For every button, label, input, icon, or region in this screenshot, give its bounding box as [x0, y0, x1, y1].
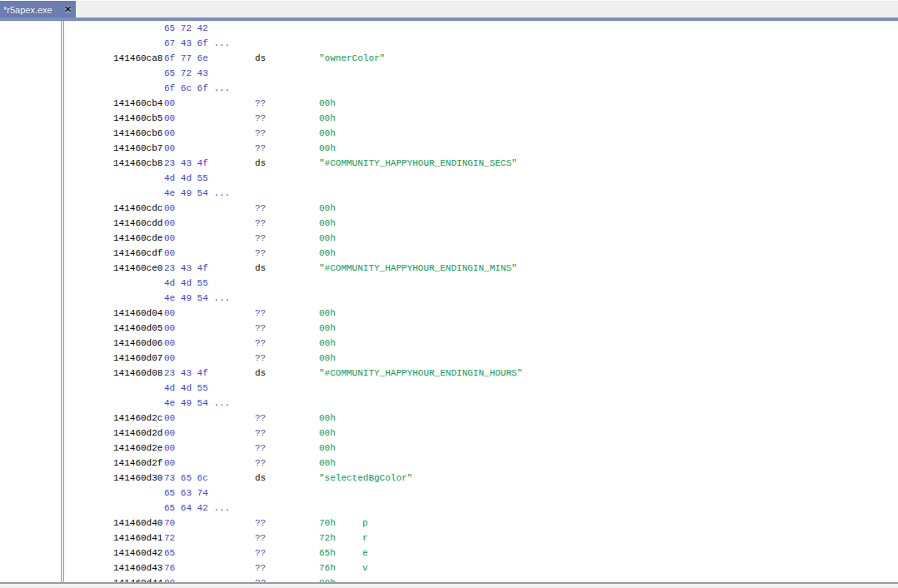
hex-row[interactable]: 141460cde00??00h [0, 231, 898, 246]
hex-row[interactable]: 65 63 74 [0, 486, 898, 501]
hex-row[interactable]: 141460d4265??65he [0, 546, 898, 561]
tab-label: *r5apex.exe [3, 5, 62, 15]
row-keyword: ?? [255, 456, 266, 471]
hex-row[interactable]: 141460d0400??00h [0, 306, 898, 321]
row-char: e [362, 546, 368, 561]
hex-row[interactable]: 141460cb700??00h [0, 141, 898, 156]
hex-row[interactable]: 141460cb823 43 4fds"#COMMUNITY_HAPPYHOUR… [0, 156, 898, 171]
row-bytes: 23 43 4f [164, 156, 208, 171]
row-address: 141460d05 [113, 321, 162, 336]
row-bytes: 4e 49 54 ... [164, 186, 230, 201]
hex-row[interactable]: 4e 49 54 ... [0, 291, 898, 306]
hex-row[interactable]: 65 72 42 [0, 21, 898, 36]
hex-row[interactable]: 141460cdd00??00h [0, 216, 898, 231]
row-bytes: 23 43 4f [164, 366, 208, 381]
hex-row[interactable]: 67 43 6f ... [0, 36, 898, 51]
row-value: "selectedBgColor" [319, 471, 412, 486]
hex-row[interactable]: 141460d2e00??00h [0, 441, 898, 456]
row-bytes: 73 65 6c [164, 471, 208, 486]
row-keyword: ?? [255, 126, 266, 141]
hex-row[interactable]: 141460cb600??00h [0, 126, 898, 141]
row-keyword: ?? [255, 216, 266, 231]
hex-row[interactable]: 141460cb500??00h [0, 111, 898, 126]
hex-row[interactable]: 141460cdf00??00h [0, 246, 898, 261]
row-bytes: 00 [164, 126, 175, 141]
row-address: 141460d08 [113, 366, 162, 381]
row-bytes: 4e 49 54 ... [164, 291, 230, 306]
row-address: 141460cb8 [113, 156, 162, 171]
hex-row[interactable]: 6f 6c 6f ... [0, 81, 898, 96]
row-keyword: ds [255, 261, 266, 276]
row-keyword: ?? [255, 336, 266, 351]
row-keyword: ?? [255, 141, 266, 156]
row-address: 141460ce0 [113, 261, 162, 276]
row-keyword: ds [255, 51, 266, 66]
row-keyword: ds [255, 156, 266, 171]
close-icon[interactable]: ✕ [62, 4, 73, 15]
row-bytes: 23 43 4f [164, 261, 208, 276]
row-address: 141460d2e [113, 441, 162, 456]
row-keyword: ?? [255, 426, 266, 441]
row-bytes: 00 [164, 216, 175, 231]
row-bytes: 00 [164, 411, 175, 426]
hex-row[interactable]: 141460ce023 43 4fds"#COMMUNITY_HAPPYHOUR… [0, 261, 898, 276]
disassembly-hex-view[interactable]: 65 72 4267 43 6f ...141460ca86f 77 6eds"… [0, 21, 898, 583]
row-keyword: ?? [255, 201, 266, 216]
row-bytes: 4d 4d 55 [164, 381, 208, 396]
hex-row[interactable]: 65 64 42 ... [0, 501, 898, 516]
row-value: "#COMMUNITY_HAPPYHOUR_ENDINGIN_SECS" [319, 156, 517, 171]
row-address: 141460d2f [113, 456, 162, 471]
row-keyword: ?? [255, 411, 266, 426]
hex-row[interactable]: 141460d0600??00h [0, 336, 898, 351]
row-value: 00h [319, 216, 336, 231]
row-bytes: 65 72 43 [164, 66, 208, 81]
row-bytes: 76 [164, 561, 175, 576]
row-address: 141460d30 [113, 471, 162, 486]
tab-bar: *r5apex.exe ✕ [0, 0, 898, 17]
hex-row[interactable]: 4d 4d 55 [0, 171, 898, 186]
row-address: 141460d40 [113, 516, 162, 531]
row-bytes: 65 [164, 546, 175, 561]
hex-row[interactable]: 141460d4070??70hp [0, 516, 898, 531]
hex-row[interactable]: 4d 4d 55 [0, 381, 898, 396]
hex-row[interactable]: 141460d0823 43 4fds"#COMMUNITY_HAPPYHOUR… [0, 366, 898, 381]
row-bytes: 6f 77 6e [164, 51, 208, 66]
row-value: 00h [319, 96, 336, 111]
hex-row[interactable]: 141460d0500??00h [0, 321, 898, 336]
hex-row[interactable]: 4d 4d 55 [0, 276, 898, 291]
row-keyword: ?? [255, 561, 266, 576]
hex-row[interactable]: 141460d4172??72hr [0, 531, 898, 546]
row-address: 141460cb5 [113, 111, 162, 126]
row-bytes: 00 [164, 111, 175, 126]
hex-row[interactable]: 141460d2d00??00h [0, 426, 898, 441]
hex-row[interactable]: 141460cdc00??00h [0, 201, 898, 216]
hex-row[interactable]: 141460ca86f 77 6eds"ownerColor" [0, 51, 898, 66]
row-address: 141460d07 [113, 351, 162, 366]
row-address: 141460cde [113, 231, 162, 246]
row-value: 00h [319, 231, 336, 246]
row-bytes: 72 [164, 531, 175, 546]
hex-row[interactable]: 141460d3073 65 6cds"selectedBgColor" [0, 471, 898, 486]
row-bytes: 70 [164, 516, 175, 531]
row-address: 141460cb7 [113, 141, 162, 156]
window-bottom-fill [0, 584, 898, 588]
row-keyword: ?? [255, 246, 266, 261]
hex-row[interactable]: 141460d0700??00h [0, 351, 898, 366]
row-keyword: ?? [255, 351, 266, 366]
row-keyword: ?? [255, 111, 266, 126]
row-address: 141460d06 [113, 336, 162, 351]
hex-row[interactable]: 141460d2c00??00h [0, 411, 898, 426]
hex-row[interactable]: 141460d2f00??00h [0, 456, 898, 471]
row-bytes: 00 [164, 231, 175, 246]
hex-row[interactable]: 4e 49 54 ... [0, 186, 898, 201]
hex-row[interactable]: 141460cb400??00h [0, 96, 898, 111]
hex-row[interactable]: 141460d4376??76hv [0, 561, 898, 576]
row-address: 141460cb4 [113, 96, 162, 111]
row-bytes: 00 [164, 426, 175, 441]
row-keyword: ?? [255, 546, 266, 561]
tab-r5apex-exe[interactable]: *r5apex.exe ✕ [0, 1, 77, 18]
hex-row[interactable]: 65 72 43 [0, 66, 898, 81]
row-address: 141460cdf [113, 246, 162, 261]
row-value: 00h [319, 246, 336, 261]
hex-row[interactable]: 4e 49 54 ... [0, 396, 898, 411]
